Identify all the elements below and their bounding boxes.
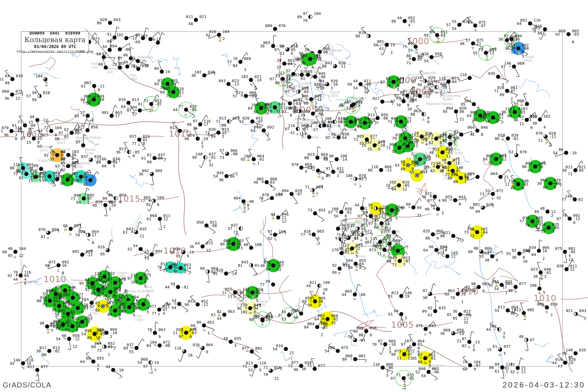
weather-symbol-icon: ∿	[63, 336, 66, 340]
station-dot	[125, 64, 129, 68]
cloud-symbol-icon: ∿	[128, 155, 131, 158]
station-value: 60	[374, 43, 378, 47]
station-value: 64	[536, 226, 540, 230]
station-value: 96	[184, 302, 189, 306]
station-value: -69	[133, 40, 140, 44]
station-value: 9	[474, 367, 476, 371]
weather-symbol-icon: ◠	[101, 330, 104, 334]
station-value: 3	[549, 142, 551, 146]
weather-symbol-icon: ⌛	[57, 288, 62, 292]
station-value: 56	[334, 214, 338, 218]
station-dot	[418, 157, 422, 161]
station-dot	[273, 105, 277, 109]
station-dot	[545, 305, 549, 310]
station-value: 2	[201, 140, 204, 144]
weather-symbol-icon: ◠	[150, 330, 152, 334]
station-dot	[296, 90, 300, 94]
station-value: 7	[247, 207, 249, 211]
station-value: 55	[494, 308, 499, 312]
station-value: 9	[158, 335, 161, 339]
station-dot	[250, 290, 254, 294]
weather-symbol-icon: :	[66, 130, 69, 134]
station-dot	[134, 230, 138, 234]
station-value: 71	[242, 364, 247, 368]
weather-symbol-icon: ≋	[448, 168, 450, 172]
station-dot	[512, 64, 516, 68]
station-dot	[273, 233, 277, 237]
station-value: 092	[267, 125, 274, 129]
station-value: 64	[467, 114, 472, 118]
weather-symbol-icon: ⇐	[310, 299, 312, 303]
station-value: 15	[275, 74, 280, 78]
station-dot	[273, 27, 277, 31]
station-dot	[176, 285, 180, 289]
station-value: 10	[188, 353, 192, 357]
station-dot	[325, 82, 329, 86]
weather-map-page: { "header": { "bulletin": "QUWW98 UAOL 0…	[0, 0, 588, 392]
cloud-symbol-icon: ∿	[252, 162, 256, 166]
station-dot	[446, 80, 450, 84]
station-value: 73	[288, 364, 293, 368]
cloud-symbol-icon: △	[296, 132, 299, 136]
cloud-symbol-icon: △	[14, 254, 16, 258]
station-dot	[496, 75, 500, 79]
weather-symbol-icon: =	[245, 306, 247, 310]
station-value: 08	[45, 264, 50, 267]
station-dot	[48, 299, 52, 303]
cloud-symbol-icon: ⌛	[390, 213, 395, 217]
station-value: 1	[331, 86, 333, 90]
station-value: 8	[359, 266, 362, 270]
station-dot	[45, 324, 49, 328]
cloud-symbol-icon: ▽	[376, 121, 378, 125]
station-dot	[494, 157, 498, 161]
station-value: 077	[41, 365, 48, 369]
station-value: 77	[532, 28, 536, 31]
station-value: 011	[170, 126, 177, 130]
station-dot	[412, 57, 416, 61]
station-value: 97	[381, 230, 385, 234]
station-value: 07	[530, 338, 534, 342]
station-name-label: Vidin15502	[134, 314, 143, 322]
station-value: 73	[97, 348, 102, 352]
cloud-symbol-icon: △	[298, 114, 300, 118]
station-value: 092	[72, 250, 80, 254]
station-value: 046	[328, 120, 335, 124]
station-value: 9	[554, 185, 556, 189]
station-value: 89	[408, 42, 413, 46]
weather-symbol-icon: ◠	[221, 271, 223, 275]
station-value: 32	[496, 196, 501, 200]
station-value: 77	[402, 45, 407, 49]
station-dot	[399, 294, 403, 298]
station-value: 9	[278, 313, 280, 317]
weather-symbol-icon: =	[176, 266, 178, 270]
station-id: 23625	[523, 58, 534, 62]
station-value: 95	[460, 102, 465, 106]
station-value: 11	[228, 294, 232, 298]
station-value: 64	[278, 192, 283, 196]
station-dot	[360, 233, 364, 237]
station-value: 86	[86, 101, 91, 105]
station-id: 28302	[454, 152, 463, 155]
station-dot	[392, 80, 396, 84]
station-dot	[63, 288, 67, 292]
station-value: 081	[102, 110, 109, 114]
station-dot	[108, 290, 112, 294]
station-value: 99	[347, 82, 352, 86]
station-value: 71	[205, 131, 210, 135]
station-value: 11	[519, 122, 524, 126]
station-value: 55	[70, 310, 75, 314]
station-value: 97	[20, 136, 25, 140]
station-value: 66	[102, 157, 106, 161]
station-value: -08	[358, 293, 365, 296]
station-value: 043	[579, 309, 586, 312]
station-value: 52	[286, 69, 290, 73]
station-value: 81	[41, 234, 46, 238]
station-dot	[24, 172, 28, 176]
station-id: 23804	[444, 98, 461, 101]
station-value: 71	[70, 196, 75, 200]
weather-symbol-icon: =	[268, 263, 270, 267]
station-dot	[104, 66, 108, 70]
station-value: 104	[314, 54, 321, 58]
station-value: 97	[295, 73, 300, 77]
station-value: 36	[255, 314, 260, 318]
